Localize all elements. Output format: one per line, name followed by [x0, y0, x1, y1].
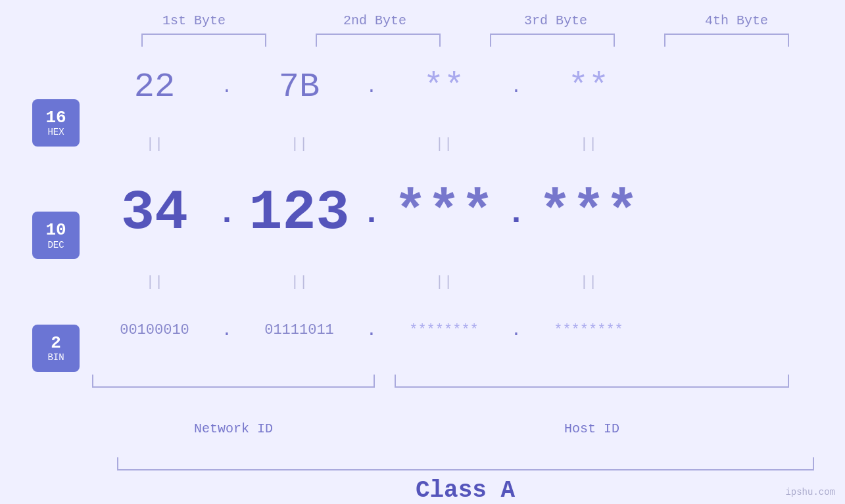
full-bottom-bracket — [117, 457, 814, 470]
dec-byte1-value: 34 — [121, 181, 188, 245]
hex-badge-num: 16 — [45, 108, 66, 127]
bin-dot1: . — [217, 320, 237, 340]
hex-byte2: 7B — [237, 68, 362, 106]
hex-row: 22 . 7B . ** . ** — [92, 68, 789, 106]
hex-byte3-value: ** — [423, 68, 464, 106]
bin-dot2: . — [362, 320, 381, 340]
data-area: 22 . 7B . ** . ** || || — [92, 53, 845, 457]
bin-badge: 2 BIN — [32, 325, 80, 372]
dec-dot3: . — [506, 195, 526, 232]
eq2-b1: || — [92, 274, 217, 290]
id-labels-row: Network ID Host ID — [92, 421, 789, 436]
dec-row: 34 . 123 . *** . *** — [92, 181, 789, 245]
host-bottom-bracket — [395, 375, 789, 388]
hex-byte4: ** — [526, 68, 651, 106]
dec-badge-num: 10 — [45, 221, 66, 240]
eq2-b2: || — [237, 274, 362, 290]
hex-badge: 16 HEX — [32, 99, 80, 147]
eq1-b4: || — [526, 136, 651, 152]
hex-byte2-value: 7B — [279, 68, 320, 106]
network-bottom-bracket — [92, 375, 375, 388]
dec-byte4-value: *** — [538, 181, 639, 245]
bin-byte3-value: ******** — [409, 322, 479, 338]
dec-dot2: . — [362, 195, 381, 232]
byte3-top-bracket — [490, 34, 615, 47]
eq1-b2: || — [237, 136, 362, 152]
byte1-header: 1st Byte — [128, 13, 260, 28]
byte3-header: 3rd Byte — [490, 13, 621, 28]
hex-dot1: . — [217, 77, 237, 97]
byte4-header: 4th Byte — [671, 13, 802, 28]
bin-byte4: ******** — [526, 322, 651, 338]
dec-dot1: . — [217, 195, 237, 232]
bin-byte3: ******** — [381, 322, 506, 338]
eq2-b3: || — [381, 274, 506, 290]
byte2-header: 2nd Byte — [309, 13, 441, 28]
dec-byte4: *** — [526, 181, 651, 245]
hex-byte1-value: 22 — [134, 68, 175, 106]
top-brackets — [117, 34, 814, 47]
dec-byte2-value: 123 — [249, 181, 349, 245]
badges-column: 16 HEX 10 DEC 2 BIN — [0, 53, 92, 457]
bin-byte1: 00100010 — [92, 322, 217, 338]
bin-byte1-value: 00100010 — [120, 322, 189, 338]
eq2-b4: || — [526, 274, 651, 290]
page-container: 1st Byte 2nd Byte 3rd Byte 4th Byte 16 H… — [0, 0, 845, 504]
dec-byte2: 123 — [237, 181, 362, 245]
main-content: 16 HEX 10 DEC 2 BIN 22 . 7B — [0, 53, 845, 457]
bin-byte4-value: ******** — [554, 322, 623, 338]
equals-row-2: || || || || — [92, 274, 789, 290]
byte-headers: 1st Byte 2nd Byte 3rd Byte 4th Byte — [104, 13, 827, 28]
byte2-top-bracket — [316, 34, 441, 47]
hex-byte1: 22 — [92, 68, 217, 106]
bin-badge-label: BIN — [47, 352, 64, 363]
hex-byte4-value: ** — [568, 68, 609, 106]
host-id-label: Host ID — [395, 421, 789, 436]
bin-badge-num: 2 — [51, 334, 61, 353]
byte4-top-bracket — [664, 34, 789, 47]
dec-badge: 10 DEC — [32, 212, 80, 259]
equals-row-1: || || || || — [92, 136, 789, 152]
dec-byte3: *** — [381, 181, 506, 245]
byte1-top-bracket — [141, 34, 266, 47]
bin-byte2-value: 01111011 — [264, 322, 334, 338]
eq1-b1: || — [92, 136, 217, 152]
hex-badge-label: HEX — [47, 127, 64, 137]
hex-byte3: ** — [381, 68, 506, 106]
full-bracket-wrap — [117, 457, 814, 470]
dec-byte1: 34 — [92, 181, 217, 245]
watermark: ipshu.com — [785, 487, 835, 497]
network-id-label: Network ID — [92, 421, 375, 436]
bin-byte2: 01111011 — [237, 322, 362, 338]
bin-dot3: . — [506, 320, 526, 340]
bin-row: 00100010 . 01111011 . ******** . *******… — [92, 320, 789, 340]
hex-dot2: . — [362, 77, 381, 97]
hex-dot3: . — [506, 77, 526, 97]
dec-byte3-value: *** — [393, 181, 494, 245]
class-label: Class A — [416, 477, 515, 504]
bottom-brackets — [92, 375, 789, 388]
dec-badge-label: DEC — [47, 240, 64, 250]
eq1-b3: || — [381, 136, 506, 152]
